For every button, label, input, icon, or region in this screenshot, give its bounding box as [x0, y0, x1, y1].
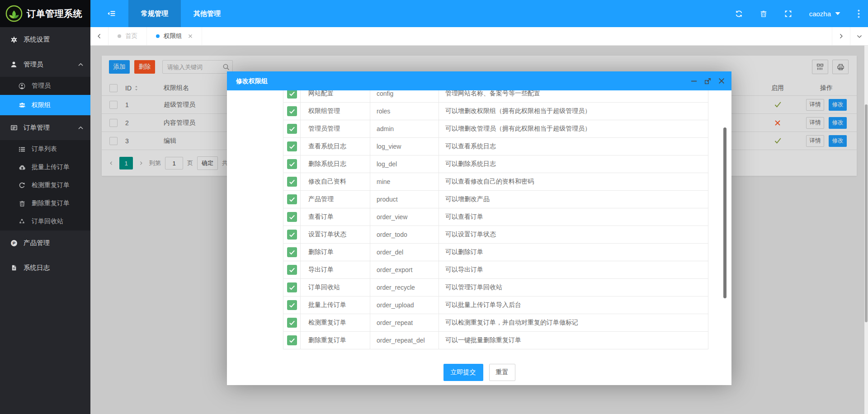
menu-collapse-icon[interactable] [107, 10, 116, 17]
reset-button[interactable]: 重置 [489, 364, 515, 381]
sidebar-item-label: 删除重复订单 [32, 199, 70, 207]
form-icon [10, 124, 18, 131]
breadcrumb-tab[interactable]: 首页 [108, 27, 147, 45]
tab-status-dot [118, 34, 121, 38]
permission-desc: 可以检测重复订单，并自动对重复的订单做标记 [439, 314, 708, 331]
close-icon[interactable] [718, 77, 725, 85]
user-icon [10, 61, 18, 68]
permission-row: 删除重复订单 order_repeat_del 可以一键批量删除重复订单 [283, 332, 708, 349]
tabs-dropdown-button[interactable] [850, 27, 868, 45]
checked-checkbox[interactable] [287, 159, 297, 169]
log-icon [10, 264, 18, 271]
fullscreen-icon[interactable] [784, 10, 792, 18]
sidebar-item[interactable]: 批量上传订单 [0, 158, 90, 176]
sidebar-item[interactable]: 权限组 [0, 95, 90, 115]
modal-title: 修改权限组 [236, 77, 268, 85]
sidebar-item[interactable]: 删除重复订单 [0, 194, 90, 212]
permission-name: 修改自己资料 [301, 173, 370, 190]
logo-leaf-icon [5, 5, 23, 22]
page-scrollbar-thumb[interactable] [865, 104, 868, 322]
tab-label: 首页 [125, 32, 137, 40]
caret-down-icon [835, 12, 840, 15]
trash-icon[interactable] [760, 10, 767, 18]
username: caozha [809, 10, 831, 18]
checked-checkbox[interactable] [287, 230, 297, 240]
sidebar-item[interactable]: 订单回收站 [0, 212, 90, 231]
permission-desc: 可以删除订单 [439, 244, 708, 261]
sidebar-item[interactable]: 检测重复订单 [0, 176, 90, 194]
permission-code: order_del [370, 244, 439, 261]
sidebar-item[interactable]: 管理员 [0, 77, 90, 95]
sidebar-item-label: 订单回收站 [32, 217, 63, 226]
chevron-right-icon [838, 33, 844, 39]
permission-row: 管理员管理 admin 可以增删改管理员（拥有此权限相当于超级管理员） [283, 120, 708, 138]
sidebar-item-label: 系统日志 [24, 263, 50, 272]
edit-permission-group-modal: 修改权限组 网站配置 [227, 71, 731, 385]
sidebar-menu: 系统设置 管理员 管理员 权限组 [0, 27, 90, 280]
tabs-scroll-left-button[interactable] [90, 27, 108, 45]
sidebar-item-label: 批量上传订单 [32, 163, 70, 171]
header-actions: caozha [735, 9, 868, 18]
checked-checkbox[interactable] [287, 212, 297, 222]
permission-row: 产品管理 product 可以增删改产品 [283, 191, 708, 208]
permission-code: mine [370, 173, 439, 190]
svg-text:P: P [12, 240, 15, 245]
checked-checkbox[interactable] [287, 300, 297, 310]
user-menu[interactable]: caozha [809, 10, 840, 18]
sidebar-item[interactable]: 订单管理 [0, 115, 90, 140]
permission-name: 删除订单 [301, 244, 370, 261]
sidebar-item[interactable]: 系统设置 [0, 27, 90, 52]
checked-checkbox[interactable] [287, 177, 297, 187]
header-nav-tab[interactable]: 常规管理 [128, 0, 181, 27]
permission-code: order_view [370, 208, 439, 226]
permission-name: 导出订单 [301, 261, 370, 278]
modal-scrollbar-thumb[interactable] [723, 127, 726, 298]
checked-checkbox[interactable] [287, 90, 297, 99]
submit-button[interactable]: 立即提交 [443, 364, 483, 381]
permission-name: 产品管理 [301, 191, 370, 208]
breadcrumb-tab[interactable]: 权限组 [147, 27, 202, 45]
checked-checkbox[interactable] [287, 141, 297, 151]
header-nav-tab[interactable]: 其他管理 [181, 0, 233, 27]
checked-checkbox[interactable] [287, 124, 297, 134]
sidebar-item[interactable]: 订单列表 [0, 140, 90, 158]
more-vertical-icon[interactable] [858, 9, 860, 18]
permission-desc: 可以查看订单 [439, 208, 708, 226]
refresh-icon[interactable] [735, 10, 743, 18]
permission-desc: 可以增删改产品 [439, 191, 708, 208]
permission-name: 查看系统日志 [301, 138, 370, 155]
permission-row: 导出订单 order_export 可以导出订单 [283, 261, 708, 279]
checked-checkbox[interactable] [287, 265, 297, 275]
app-title: 订单管理系统 [27, 8, 82, 20]
tab-status-dot [156, 34, 160, 38]
checked-checkbox[interactable] [287, 282, 297, 292]
close-icon[interactable] [188, 34, 193, 38]
permission-row: 查看订单 order_view 可以查看订单 [283, 208, 708, 226]
tabs-scroll-right-button[interactable] [832, 27, 850, 45]
maximize-icon[interactable] [704, 78, 711, 85]
checked-checkbox[interactable] [287, 335, 297, 345]
sidebar-item[interactable]: P 产品管理 [0, 231, 90, 255]
permission-code: config [370, 90, 439, 102]
refresh-icon [18, 182, 26, 189]
permission-row: 检测重复订单 order_repeat 可以检测重复订单，并自动对重复的订单做标… [283, 314, 708, 332]
page-scrollbar-track[interactable] [864, 46, 868, 414]
permission-desc: 可以设置订单状态 [439, 226, 708, 243]
list-icon [18, 146, 26, 153]
recycle-icon [18, 218, 26, 225]
checked-checkbox[interactable] [287, 247, 297, 257]
sidebar-item[interactable]: 系统日志 [0, 255, 90, 280]
checked-checkbox[interactable] [287, 106, 297, 116]
permission-name: 设置订单状态 [301, 226, 370, 243]
checked-checkbox[interactable] [287, 194, 297, 204]
chevron-left-icon [96, 33, 102, 39]
breadcrumb-tabbar: 首页 权限组 [90, 27, 868, 46]
permission-row: 权限组管理 roles 可以增删改权限组（拥有此权限相当于超级管理员） [283, 103, 708, 120]
permission-row: 查看系统日志 log_view 可以查看系统日志 [283, 138, 708, 155]
minimize-icon[interactable] [691, 78, 698, 85]
permission-desc: 可以删除系统日志 [439, 155, 708, 173]
permission-name: 删除重复订单 [301, 332, 370, 349]
sidebar-item[interactable]: 管理员 [0, 52, 90, 77]
sidebar-item-label: 权限组 [32, 101, 51, 109]
checked-checkbox[interactable] [287, 318, 297, 328]
